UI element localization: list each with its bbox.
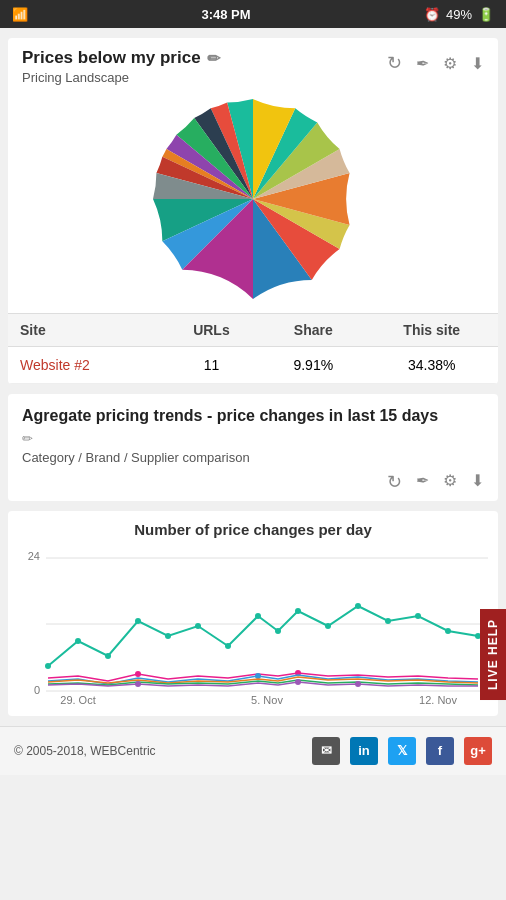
- footer-social-icons: ✉ in 𝕏 f g+: [312, 737, 492, 765]
- svg-point-17: [355, 603, 361, 609]
- svg-point-12: [225, 643, 231, 649]
- svg-point-19: [415, 613, 421, 619]
- svg-point-27: [355, 681, 361, 687]
- download-icon[interactable]: [471, 54, 484, 73]
- battery-icon: 🔋: [478, 7, 494, 22]
- col-share: Share: [261, 314, 365, 347]
- trends-subtitle: Category / Brand / Supplier comparison: [22, 450, 484, 465]
- refresh-icon[interactable]: [387, 52, 402, 74]
- svg-point-18: [385, 618, 391, 624]
- svg-text:29. Oct: 29. Oct: [60, 694, 95, 706]
- svg-text:5. Nov: 5. Nov: [251, 694, 283, 706]
- footer-copyright: © 2005-2018, WEBCentric: [14, 744, 156, 758]
- wifi-icon: 📶: [12, 7, 28, 22]
- svg-point-14: [275, 628, 281, 634]
- y-max-label: 24: [28, 550, 40, 562]
- trends-toolbar: [22, 471, 484, 493]
- email-icon[interactable]: ✉: [312, 737, 340, 765]
- cell-thissite: 34.38%: [366, 347, 499, 384]
- alarm-icon: ⏰: [424, 7, 440, 22]
- svg-point-22: [135, 671, 141, 677]
- status-time: 3:48 PM: [201, 7, 250, 22]
- gear-icon[interactable]: [443, 54, 457, 73]
- svg-point-25: [135, 681, 141, 687]
- svg-point-24: [255, 673, 261, 679]
- trends-refresh-icon[interactable]: [387, 471, 402, 493]
- chart-title: Number of price changes per day: [18, 521, 488, 538]
- main-content: Prices below my price Pricing Landscape: [0, 38, 506, 775]
- svg-point-9: [135, 618, 141, 624]
- twitter-icon[interactable]: 𝕏: [388, 737, 416, 765]
- footer: © 2005-2018, WEBCentric ✉ in 𝕏 f g+: [0, 726, 506, 775]
- status-right: ⏰ 49% 🔋: [424, 7, 494, 22]
- card1-subtitle: Pricing Landscape: [22, 70, 387, 85]
- line-chart-svg: 24 0 29. Oct 5. Nov 12. Nov: [18, 546, 488, 706]
- svg-point-16: [325, 623, 331, 629]
- facebook-icon[interactable]: f: [426, 737, 454, 765]
- pricing-table: Site URLs Share This site Website #2 11 …: [8, 313, 498, 384]
- card1-edit-icon[interactable]: [207, 49, 220, 68]
- pie-chart-container: [8, 89, 498, 313]
- y-zero-label: 0: [34, 684, 40, 696]
- col-site: Site: [8, 314, 162, 347]
- status-left: 📶: [12, 7, 28, 22]
- card1-toolbar: [387, 48, 484, 74]
- card1-title-group: Prices below my price Pricing Landscape: [22, 48, 387, 85]
- card1-title: Prices below my price: [22, 48, 387, 68]
- chart-card: Number of price changes per day 24 0 29.…: [8, 511, 498, 716]
- svg-point-13: [255, 613, 261, 619]
- site-link[interactable]: Website #2: [20, 357, 90, 373]
- svg-text:12. Nov: 12. Nov: [419, 694, 457, 706]
- trends-download-icon[interactable]: [471, 471, 484, 493]
- svg-point-7: [75, 638, 81, 644]
- trends-gear-icon[interactable]: [443, 471, 457, 493]
- svg-point-6: [45, 663, 51, 669]
- chart-area: 24 0 29. Oct 5. Nov 12. Nov: [18, 546, 488, 706]
- card1-title-text: Prices below my price: [22, 48, 201, 68]
- trends-eyedrop-icon[interactable]: [416, 471, 429, 493]
- col-thissite: This site: [366, 314, 499, 347]
- battery-text: 49%: [446, 7, 472, 22]
- live-help-button[interactable]: LIVE HELP: [480, 609, 506, 700]
- status-bar: 📶 3:48 PM ⏰ 49% 🔋: [0, 0, 506, 28]
- linkedin-icon[interactable]: in: [350, 737, 378, 765]
- eyedrop-icon[interactable]: [416, 54, 429, 73]
- svg-point-11: [195, 623, 201, 629]
- svg-point-26: [295, 679, 301, 685]
- svg-point-20: [445, 628, 451, 634]
- table-row: Website #2 11 9.91% 34.38%: [8, 347, 498, 384]
- trends-section: Agregate pricing trends - price changes …: [8, 394, 498, 501]
- prices-card: Prices below my price Pricing Landscape: [8, 38, 498, 384]
- trends-title: Agregate pricing trends - price changes …: [22, 406, 484, 427]
- card1-header: Prices below my price Pricing Landscape: [8, 38, 498, 89]
- trends-edit-icon[interactable]: [22, 431, 33, 446]
- cell-urls: 11: [162, 347, 261, 384]
- pie-chart: [153, 99, 353, 299]
- col-urls: URLs: [162, 314, 261, 347]
- googleplus-icon[interactable]: g+: [464, 737, 492, 765]
- cell-share: 9.91%: [261, 347, 365, 384]
- svg-point-10: [165, 633, 171, 639]
- svg-point-15: [295, 608, 301, 614]
- svg-point-8: [105, 653, 111, 659]
